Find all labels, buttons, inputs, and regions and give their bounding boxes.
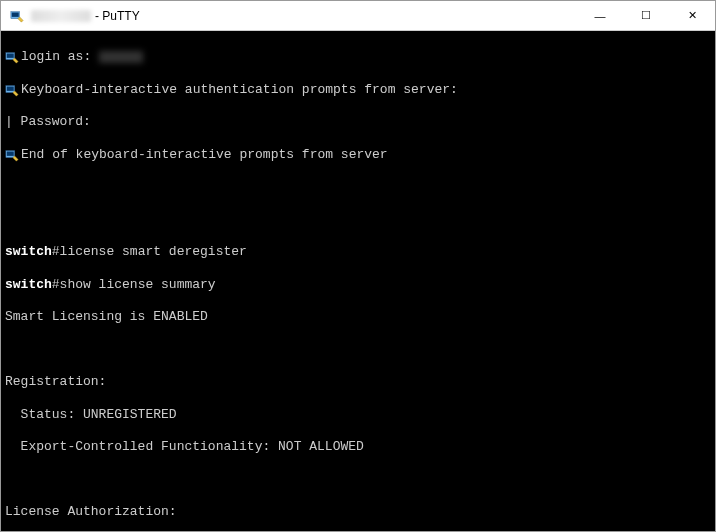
terminal-line (5, 342, 711, 358)
terminal-line: login as: (5, 49, 711, 65)
output-text: License Authorization: (5, 504, 177, 520)
putty-line-icon (5, 50, 19, 64)
svg-rect-1 (12, 12, 19, 16)
terminal-line (5, 472, 711, 488)
terminal-line: Keyboard-interactive authentication prom… (5, 82, 711, 98)
redacted-hostname (31, 10, 91, 22)
output-text: Export-Controlled Functionality: NOT ALL… (5, 439, 364, 455)
prompt-host: switch (5, 277, 52, 293)
output-text: Status: UNREGISTERED (5, 407, 177, 423)
svg-rect-5 (7, 86, 14, 90)
terminal-line: License Authorization: (5, 504, 711, 520)
terminal-output[interactable]: login as: Keyboard-interactive authentic… (1, 31, 715, 531)
window-titlebar: - PuTTY — ☐ ✕ (1, 1, 715, 31)
window-controls: — ☐ ✕ (577, 1, 715, 30)
svg-rect-7 (7, 151, 14, 155)
putty-line-icon (5, 148, 19, 162)
login-as-text: login as: (21, 49, 91, 65)
minimize-button[interactable]: — (577, 1, 623, 30)
terminal-line: End of keyboard-interactive prompts from… (5, 147, 711, 163)
terminal-line: | Password: (5, 114, 711, 130)
maximize-button[interactable]: ☐ (623, 1, 669, 30)
putty-line-icon (5, 83, 19, 97)
putty-app-icon (9, 8, 25, 24)
svg-rect-3 (7, 54, 14, 58)
window-title: - PuTTY (31, 9, 577, 23)
terminal-line: Status: UNREGISTERED (5, 407, 711, 423)
title-suffix: - PuTTY (95, 9, 140, 23)
terminal-line: Export-Controlled Functionality: NOT ALL… (5, 439, 711, 455)
kbd-auth-text: Keyboard-interactive authentication prom… (21, 82, 458, 98)
end-kbd-text: End of keyboard-interactive prompts from… (21, 147, 388, 163)
command-text: #license smart deregister (52, 244, 247, 260)
output-text: Smart Licensing is ENABLED (5, 309, 208, 325)
terminal-line (5, 179, 711, 195)
output-text: Registration: (5, 374, 106, 390)
password-text: | Password: (5, 114, 91, 130)
terminal-line: Registration: (5, 374, 711, 390)
prompt-line: switch #show license summary (5, 277, 711, 293)
terminal-line: Smart Licensing is ENABLED (5, 309, 711, 325)
redacted-username (99, 51, 143, 63)
close-button[interactable]: ✕ (669, 1, 715, 30)
command-text: #show license summary (52, 277, 216, 293)
prompt-host: switch (5, 244, 52, 260)
terminal-line (5, 212, 711, 228)
prompt-line: switch #license smart deregister (5, 244, 711, 260)
